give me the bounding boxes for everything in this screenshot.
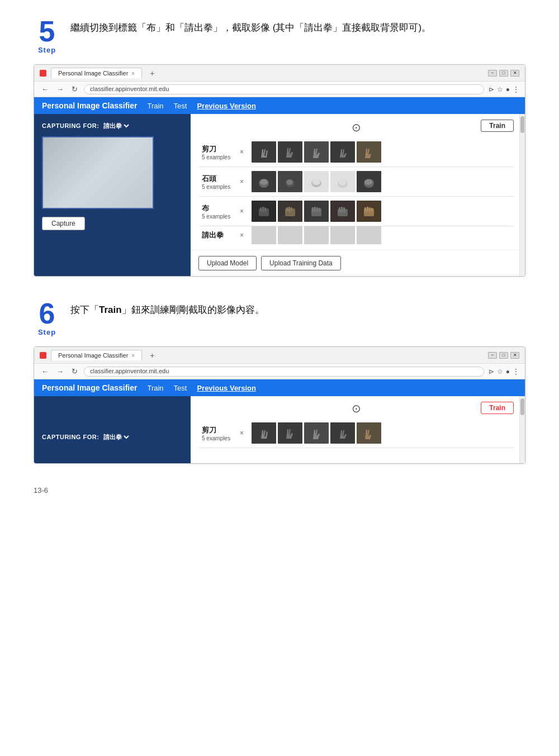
step6-section: 6 Step 按下「Train」鈕來訓練剛剛截取的影像內容。 Personal … [34, 299, 525, 464]
train-button-1[interactable]: Train [481, 120, 514, 132]
scissors-examples: 5 examples [202, 154, 235, 160]
browser-titlebar-2: Personal Image Classifier × + − □ ✕ [34, 347, 525, 364]
nav-train-link-2[interactable]: Train [147, 384, 163, 392]
app-title-1: Personal Image Classifier [42, 101, 137, 110]
menu-icon-2: ⋮ [513, 368, 519, 375]
capturing-label-2: CAPTURING FOR: 請出拳 [42, 433, 131, 441]
svg-rect-19 [312, 207, 314, 212]
scissors-img-3 [304, 141, 329, 163]
svg-rect-22 [319, 208, 320, 212]
paper-name-block: 布 5 examples [202, 203, 235, 220]
svg-rect-31 [371, 208, 373, 212]
capturing-dropdown-1[interactable]: 請出拳 [101, 122, 131, 130]
address-field-1[interactable]: classifier.appinventor.mit.edu [84, 84, 484, 94]
step5-section: 5 Step 繼續切換到標籤「布」和「請出拳」，截取影像 (其中「請出拳」直接截… [34, 17, 525, 277]
tab-close-1[interactable]: × [131, 70, 135, 77]
scroll-track-2 [519, 396, 525, 463]
nav-prev-link-2[interactable]: Previous Version [197, 384, 256, 392]
svg-rect-26 [343, 207, 345, 212]
tab-title-2: Personal Image Classifier [58, 352, 128, 359]
win-close-1[interactable]: ✕ [510, 70, 519, 77]
browser-window-2: Personal Image Classifier × + − □ ✕ ← → … [34, 346, 525, 464]
nav-refresh-2[interactable]: ↻ [70, 367, 79, 375]
capture-button-1[interactable]: Capture [42, 217, 85, 230]
browser-tab-1[interactable]: Personal Image Classifier × [51, 68, 142, 78]
scroll-thumb-2[interactable] [520, 398, 524, 415]
scissors-close-2[interactable]: × [240, 429, 244, 437]
win-maximize-2[interactable]: □ [499, 352, 508, 359]
scissors-name-block: 剪刀 5 examples [202, 144, 235, 160]
svg-point-5 [312, 179, 320, 185]
upload-model-button-1[interactable]: Upload Model [198, 256, 257, 270]
nav-test-link-2[interactable]: Test [174, 384, 187, 392]
app-navbar-2: Personal Image Classifier Train Test Pre… [34, 379, 525, 396]
browser-tab-2[interactable]: Personal Image Classifier × [51, 350, 142, 360]
capturing-dropdown-2[interactable]: 請出拳 [101, 433, 131, 441]
quequan-img-1 [252, 226, 276, 244]
step5-number-block: 5 Step [34, 17, 60, 54]
rock-close[interactable]: × [240, 178, 244, 186]
win-close-2[interactable]: ✕ [510, 352, 519, 359]
address-field-2[interactable]: classifier.appinventor.mit.edu [84, 367, 484, 377]
nav-forward-1[interactable]: → [55, 85, 65, 93]
browser-favicon-1 [40, 70, 46, 77]
svg-rect-17 [291, 207, 292, 212]
cast-icon: ⊳ [489, 85, 494, 93]
profile-icon-2: ● [506, 368, 510, 375]
quequan-img-5 [357, 226, 381, 244]
paper-img-5 [357, 201, 381, 222]
tab-new-2[interactable]: + [146, 351, 158, 360]
train-button-2[interactable]: Train [481, 402, 514, 414]
scissors-close[interactable]: × [240, 148, 244, 156]
browser-addressbar-1: ← → ↻ classifier.appinventor.mit.edu ⊳ ☆… [34, 82, 525, 97]
window-controls-2: − □ ✕ [488, 352, 519, 359]
quequan-images [252, 226, 510, 244]
quequan-close[interactable]: × [240, 231, 244, 239]
win-maximize-1[interactable]: □ [499, 70, 508, 77]
label-row-quequan: 請出拳 × [198, 226, 514, 244]
nav-forward-2[interactable]: → [55, 367, 65, 375]
svg-rect-20 [314, 207, 316, 212]
app-content-2: CAPTURING FOR: 請出拳 Train ⊙ 剪刀 [34, 396, 525, 463]
step6-header: 6 Step 按下「Train」鈕來訓練剛剛截取的影像內容。 [34, 299, 525, 336]
step6-number: 6 [39, 299, 55, 328]
rock-img-4 [330, 171, 355, 192]
labels-panel-2: Train ⊙ 剪刀 5 examples × [191, 396, 519, 463]
scissors-img-2-3 [304, 422, 329, 444]
refresh-icon-1[interactable]: ⊙ [352, 121, 361, 134]
upload-training-button-1[interactable]: Upload Training Data [261, 256, 341, 270]
app-title-2: Personal Image Classifier [42, 383, 137, 392]
nav-refresh-1[interactable]: ↻ [70, 85, 79, 93]
browser-favicon-2 [40, 352, 46, 359]
step6-label: Step [38, 328, 56, 336]
nav-prev-link-1[interactable]: Previous Version [197, 102, 256, 110]
label-row-paper: 布 5 examples × [198, 197, 514, 226]
win-minimize-2[interactable]: − [488, 352, 497, 359]
quequan-img-3 [304, 226, 329, 244]
scroll-thumb-1[interactable] [520, 116, 524, 133]
label-row-scissors-2: 剪刀 5 examples × [198, 419, 514, 448]
rock-img-2 [278, 171, 302, 192]
tab-close-2[interactable]: × [131, 353, 135, 359]
quequan-name-block: 請出拳 [202, 230, 235, 240]
paper-close[interactable]: × [240, 207, 244, 215]
camera-preview-1 [42, 136, 154, 209]
nav-test-link-1[interactable]: Test [174, 102, 187, 110]
cast-icon-2: ⊳ [489, 368, 494, 375]
win-minimize-1[interactable]: − [488, 70, 497, 77]
svg-rect-25 [341, 207, 343, 212]
refresh-icon-2[interactable]: ⊙ [352, 402, 361, 415]
svg-rect-28 [364, 207, 366, 212]
scissors-img-5 [357, 141, 381, 163]
nav-train-link-1[interactable]: Train [147, 102, 163, 110]
nav-back-1[interactable]: ← [40, 85, 50, 93]
bottom-buttons-1: Upload Model Upload Training Data [191, 250, 519, 276]
labels-panel-1: Train ⊙ 剪刀 5 examples × [191, 114, 519, 250]
nav-back-2[interactable]: ← [40, 367, 50, 375]
paper-img-3 [304, 201, 329, 222]
labels-container-1: Train ⊙ 剪刀 5 examples × [191, 114, 519, 276]
browser-addressbar-2: ← → ↻ classifier.appinventor.mit.edu ⊳ ☆… [34, 364, 525, 379]
tab-new-1[interactable]: + [146, 69, 158, 78]
rock-examples: 5 examples [202, 184, 235, 190]
quequan-label: 請出拳 [202, 230, 235, 240]
